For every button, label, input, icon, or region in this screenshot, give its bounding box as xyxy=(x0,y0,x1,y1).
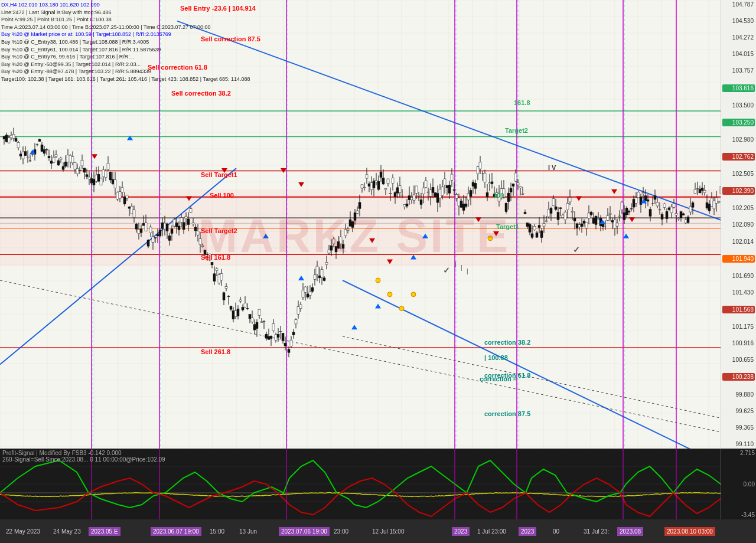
info-line-10: Buy %20 @ Entry:-88@97.478 | Target:103.… xyxy=(1,68,250,76)
label-corr-875: correction 87.5 xyxy=(484,410,530,417)
price-99625: 99.625 xyxy=(722,408,755,414)
price-102090: 102.090 xyxy=(722,221,755,228)
main-chart: MARKZ SITE DX,H4 102.010 103.180 101.620… xyxy=(0,0,732,449)
info-line-2: Line:2472 | Last Signal is:Buy with stop… xyxy=(1,9,250,17)
price-99110: 99.110 xyxy=(722,441,755,447)
price-101430: 101.430 xyxy=(722,289,755,296)
price-100916: 100.916 xyxy=(722,340,755,346)
price-104530: 104.530 xyxy=(722,18,755,24)
price-104787: 104.787 xyxy=(722,1,755,8)
price-101568: 101.568 xyxy=(722,306,755,313)
time-20230607: 2023.06.07 19:00 xyxy=(151,527,201,536)
price-102205: 102.205 xyxy=(722,205,755,211)
time-20230810: 2023.08.10 03:00 xyxy=(664,527,715,536)
time-20230706: 2023.07.06 19:00 xyxy=(279,527,330,536)
price-103250: 103.250 xyxy=(722,119,755,126)
label-target1: Target1 xyxy=(496,223,519,230)
ind-price-mid: 0.00 xyxy=(722,481,755,488)
price-101940: 101.940 xyxy=(722,255,755,263)
price-103500: 103.500 xyxy=(722,102,755,109)
label-iv: I V xyxy=(548,164,556,171)
chart-container: MARKZ SITE DX,H4 102.010 103.180 101.620… xyxy=(0,0,756,543)
info-line-8: Buy %10 @ C_Entry76, 99.616 | Target:107… xyxy=(1,53,250,61)
price-100238: 100.238 xyxy=(722,373,755,381)
time-2300: 23:00 xyxy=(334,528,348,535)
time-2023a: 2023 xyxy=(452,527,470,536)
time-202308: 2023.08 xyxy=(617,527,643,536)
sell-correction-382: Sell correction 38.2 xyxy=(171,90,231,97)
label-corr-382: correction 38.2 xyxy=(484,339,530,346)
info-line-5: Buy %20 @ Market price or at: 100.59 | T… xyxy=(1,31,250,38)
price-102390: 102.390 xyxy=(722,187,755,195)
label-10088: | 100.88 xyxy=(484,354,508,361)
price-103616: 103.616 xyxy=(722,84,755,92)
price-102762: 102.762 xyxy=(722,153,755,161)
indicator-price-axis: 2.715 0.00 -3.45 xyxy=(721,449,756,519)
time-may24: 24 May 23 xyxy=(53,528,81,535)
price-99365: 99.365 xyxy=(722,424,755,431)
ind-label-1: Profit-Signal | Modified By FSB3 -0.142 … xyxy=(2,450,165,456)
time-jul31: 31 Jul 23: xyxy=(584,528,609,535)
price-102980: 102.980 xyxy=(722,136,755,143)
price-102505: 102.505 xyxy=(722,171,755,177)
info-line-4: Time A:2023.07.14 03:00:00 | Time B:2023… xyxy=(1,24,250,31)
info-line-11: Target100: 102.38 | Target 161: 103.616 … xyxy=(1,76,250,83)
price-99880: 99.880 xyxy=(722,391,755,398)
indicator-label: Profit-Signal | Modified By FSB3 -0.142 … xyxy=(2,450,165,463)
sell-target1: Sell Target1 xyxy=(201,171,237,178)
label-target2: Target2 xyxy=(505,127,528,134)
time-202305: 2023.05.E xyxy=(89,527,120,536)
sell-100: Sell 100 xyxy=(210,192,234,199)
info-line-9: Buy %20 @ Entry:-50@99.35 | Target:102.0… xyxy=(1,61,250,68)
info-line-6: Buy %10 @ C_Entry38, 100.486 | Target:10… xyxy=(1,38,250,46)
time-1500: 15:00 xyxy=(210,528,224,535)
time-jun13: 13 Jun xyxy=(239,528,257,535)
price-103757: 103.757 xyxy=(722,67,755,74)
ind-price-bot: -3.45 xyxy=(722,512,755,518)
price-axis: 104.787 104.530 104.272 104.015 103.757 … xyxy=(721,0,756,449)
price-104272: 104.272 xyxy=(722,34,755,41)
time-jul1: 1 Jul 23:00 xyxy=(477,528,506,535)
info-box: DX,H4 102.010 103.180 101.620 102.090 Li… xyxy=(1,1,250,83)
ind-price-top: 2.715 xyxy=(722,450,755,456)
price-101690: 101.690 xyxy=(722,273,755,279)
info-line-1: DX,H4 102.010 103.180 101.620 102.090 xyxy=(1,1,250,9)
price-104015: 104.015 xyxy=(722,51,755,57)
time-jul12: 12 Jul 15:00 xyxy=(372,528,405,535)
label-100: 100 xyxy=(493,192,504,199)
price-102014: 102.014 xyxy=(722,238,755,245)
sell-1618: Sell 161.8 xyxy=(201,254,230,261)
sell-target2: Sell Target2 xyxy=(201,227,237,234)
time-2023b: 2023 xyxy=(519,527,536,536)
correction-equals: correction = xyxy=(480,375,517,382)
time-may22: 22 May 2023 xyxy=(6,528,40,535)
info-line-7: Buy %10 @ C_Entry61, 100.014 | Target:10… xyxy=(1,46,250,54)
label-1618: 161.8 xyxy=(514,99,530,106)
price-100655: 100.655 xyxy=(722,356,755,363)
info-line-3: Point A:99.25 | Point B:101.25 | Point C… xyxy=(1,16,250,24)
time-00: 00 xyxy=(553,528,559,535)
price-101175: 101.175 xyxy=(722,323,755,330)
time-axis: 22 May 2023 24 May 23 2023.05.E 2023.06.… xyxy=(0,519,756,543)
sell-2618: Sell 261.8 xyxy=(201,348,230,355)
ind-label-2: 260-Signal=Sell Since:2023.08... 0 11 00… xyxy=(2,456,165,463)
